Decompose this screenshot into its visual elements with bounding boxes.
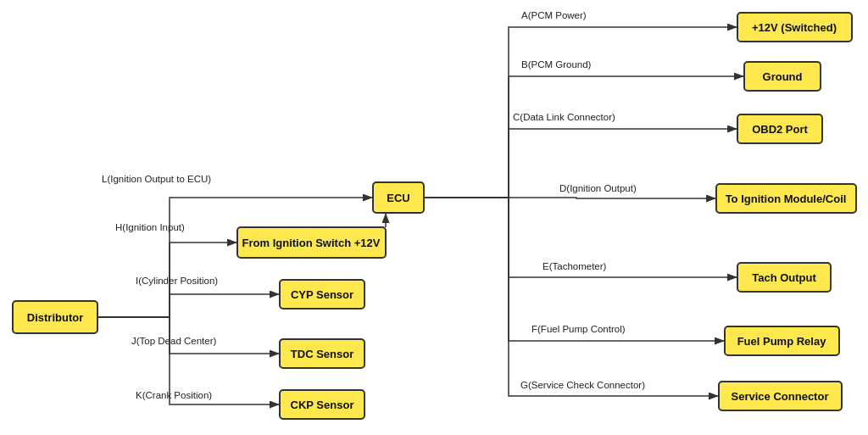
label-K: K(Crank Position) xyxy=(136,390,212,400)
label-H: H(Ignition Input) xyxy=(115,222,185,232)
label-A: A(PCM Power) xyxy=(521,10,587,20)
obd2-label: OBD2 Port xyxy=(752,123,808,136)
label-L: L(Ignition Output to ECU) xyxy=(102,174,211,184)
distributor-label: Distributor xyxy=(27,311,83,324)
label-J: J(Top Dead Center) xyxy=(131,336,217,346)
label-E: E(Tachometer) xyxy=(542,261,607,271)
label-C: C(Data Link Connector) xyxy=(513,112,615,122)
ground-label: Ground xyxy=(763,70,803,83)
line-G xyxy=(424,198,719,396)
tdc-sensor-label: TDC Sensor xyxy=(291,348,353,360)
ignition-switch-label: From Ignition Switch +12V xyxy=(242,237,381,249)
ignition-coil-label: To Ignition Module/Coil xyxy=(726,192,847,205)
cyp-sensor-label: CYP Sensor xyxy=(291,288,353,301)
label-B: B(PCM Ground) xyxy=(521,59,592,70)
label-G: G(Service Check Connector) xyxy=(520,380,645,390)
label-D: D(Ignition Output) xyxy=(559,183,637,193)
label-F: F(Fuel Pump Control) xyxy=(531,324,626,334)
fuel-pump-relay-label: Fuel Pump Relay xyxy=(737,335,827,348)
tach-output-label: Tach Output xyxy=(752,271,816,284)
ckp-sensor-label: CKP Sensor xyxy=(291,399,354,411)
label-I: I(Cylinder Position) xyxy=(136,276,218,286)
ecu-label: ECU xyxy=(387,192,409,204)
line-B xyxy=(424,76,744,198)
line-I xyxy=(97,294,280,317)
diagram-svg: L(Ignition Output to ECU) H(Ignition Inp… xyxy=(0,0,868,435)
service-connector-label: Service Connector xyxy=(732,390,829,403)
plus12v-label: +12V (Switched) xyxy=(752,21,837,34)
